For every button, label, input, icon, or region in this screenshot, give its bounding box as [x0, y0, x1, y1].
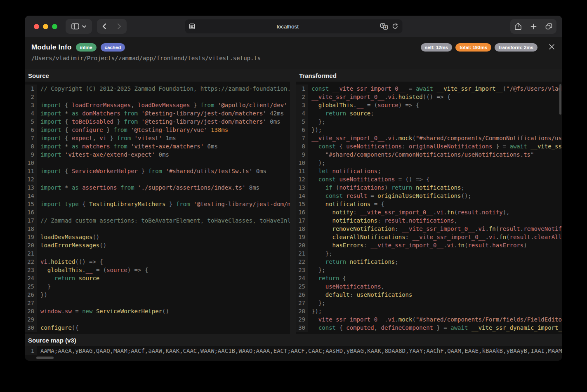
source-panel-title: Source [25, 69, 290, 82]
sourcemap-title: Source map (v3) [25, 334, 562, 346]
source-panel-body[interactable]: 1// Copyright (C) 2012-2025 Zammad Found… [25, 82, 290, 334]
code-text: import { configure } from '@testing-libr… [37, 126, 228, 134]
line-number: 27 [25, 299, 37, 307]
code-line: 16 [25, 208, 290, 216]
page-title: Module Info [31, 43, 72, 52]
code-text: if (notifications) return notifications; [308, 183, 464, 192]
module-path: /Users/vladimir/Projects/zammad/app/fron… [31, 55, 556, 61]
code-text [37, 93, 40, 101]
code-text: clearAllNotifications: __vite_ssr_import… [308, 233, 562, 241]
line-number: 29 [25, 315, 37, 324]
line-number: 11 [25, 167, 37, 175]
vertical-scrollbar[interactable] [559, 84, 561, 115]
code-text: import { expect, vi } from 'vitest' 1ms [37, 134, 176, 142]
line-number: 2 [25, 93, 37, 101]
traffic-lights [34, 24, 57, 29]
code-text: const { useNotifications: originalUseNot… [308, 142, 562, 150]
code-line: 19 clearAllNotifications: __vite_ssr_imp… [296, 233, 562, 241]
code-line: 19loadDevMessages() [25, 233, 290, 241]
share-button[interactable] [511, 19, 526, 34]
tab-overview-button[interactable] [541, 19, 556, 34]
code-line: 14 const result = originalUseNotificatio… [296, 192, 562, 200]
reload-button[interactable] [392, 23, 398, 30]
line-number: 14 [25, 192, 37, 200]
code-text: __vite_ssr_import_0__.vi.mock("#shared/c… [308, 134, 562, 142]
code-line: 18 [25, 225, 290, 233]
code-line: 29 [25, 315, 290, 324]
close-traffic-light[interactable] [34, 24, 39, 29]
code-line: 25 useNotifications, [296, 282, 562, 291]
code-text: loadErrorMessages() [37, 241, 106, 249]
code-text: const result = originalUseNotifications(… [308, 192, 471, 200]
sidebar-icon [71, 23, 79, 30]
horizontal-scrollbar-track [25, 355, 562, 361]
minimize-traffic-light[interactable] [43, 24, 48, 29]
code-line: 21 [25, 249, 290, 258]
code-line: 4 return source; [296, 109, 562, 117]
code-text: }; [308, 266, 325, 274]
forward-button[interactable] [112, 19, 127, 34]
code-line: 24 return { [296, 274, 562, 282]
code-text: let notifications; [308, 167, 381, 175]
code-line: 21 }; [296, 249, 562, 258]
toolbar-actions [510, 19, 556, 34]
page-menu-icon[interactable] [189, 23, 196, 30]
code-text: window.sw = new ServiceWorkerHelper() [37, 307, 169, 315]
code-line: 20 hasErrors: __vite_ssr_import_0__.vi.f… [296, 241, 562, 249]
code-text: import * as matchers from 'vitest-axe/ma… [37, 142, 218, 150]
code-line: 17// Zammad custom assertions: toBeAvata… [25, 216, 290, 225]
sourcemap-mappings: AAMA;AAeA,yBAAG,QAAQ,MAAM;AACf,aAAW,KAAK… [37, 346, 562, 355]
line-number: 9 [296, 150, 308, 159]
code-text: // Copyright (C) 2012-2025 Zammad Founda… [37, 85, 290, 93]
code-line: 10 [25, 159, 290, 167]
line-number: 15 [25, 200, 37, 208]
line-number: 6 [25, 126, 37, 134]
zoom-traffic-light[interactable] [52, 24, 57, 29]
code-line: 16 notify: __vite_ssr_import_0__.vi.fn(r… [296, 208, 562, 216]
transformed-panel-body[interactable]: 1const __vite_ssr_import_0__ = await __v… [296, 82, 562, 334]
address-bar[interactable]: localhost A ✱ [185, 19, 402, 33]
code-text [37, 192, 40, 200]
code-text: const __vite_ssr_import_0__ = await __vi… [308, 85, 562, 93]
code-text: return source; [308, 109, 374, 117]
line-number: 9 [25, 150, 37, 159]
code-line: 12 [25, 175, 290, 183]
code-text [37, 225, 40, 233]
horizontal-scrollbar[interactable] [36, 357, 54, 359]
code-text: globalThis.__ = (source) => { [37, 266, 148, 274]
code-text: import { ServiceWorkerHelper } from '#sh… [37, 167, 266, 175]
line-number: 17 [296, 216, 308, 225]
line-number: 21 [25, 249, 37, 258]
code-line: 2__vite_ssr_import_0__.vi.hoisted(() => … [296, 93, 562, 101]
code-text: ); [308, 159, 325, 167]
line-number: 7 [25, 134, 37, 142]
code-text: }; [308, 299, 325, 307]
code-text: return { [308, 274, 346, 282]
code-line: 1const __vite_ssr_import_0__ = await __v… [296, 85, 562, 93]
line-number: 28 [25, 307, 37, 315]
line-number: 6 [296, 126, 308, 134]
code-text: import 'vitest-axe/extend-expect' 0ms [37, 150, 169, 159]
line-number: 30 [25, 324, 37, 332]
code-text: configure({ [37, 324, 79, 332]
line-number: 13 [296, 183, 308, 192]
new-tab-button[interactable] [526, 19, 541, 34]
sidebar-toggle-button[interactable] [66, 19, 92, 34]
code-line: 29__vite_ssr_import_0__.vi.mock("#shared… [296, 315, 562, 324]
line-number: 10 [25, 159, 37, 167]
code-line: 13import * as assertions from './support… [25, 183, 290, 192]
code-text: notify: __vite_ssr_import_0__.vi.fn(resu… [308, 208, 510, 216]
line-number: 10 [296, 159, 308, 167]
code-text: // Zammad custom assertions: toBeAvatarE… [37, 216, 290, 225]
total-time-badge: total: 193ms [455, 43, 491, 52]
cached-badge: cached [101, 43, 125, 52]
line-number: 23 [25, 266, 37, 274]
code-text: }); [308, 307, 322, 315]
code-text: hasErrors: __vite_ssr_import_0__.vi.fn(r… [308, 241, 527, 249]
code-line: 2 [25, 93, 290, 101]
back-button[interactable] [97, 19, 112, 34]
code-text: vi.hoisted(() => { [37, 258, 103, 266]
code-line: 8 const { useNotifications: originalUseN… [296, 142, 562, 150]
close-button[interactable] [547, 42, 556, 51]
translate-icon[interactable]: A ✱ [380, 23, 388, 30]
